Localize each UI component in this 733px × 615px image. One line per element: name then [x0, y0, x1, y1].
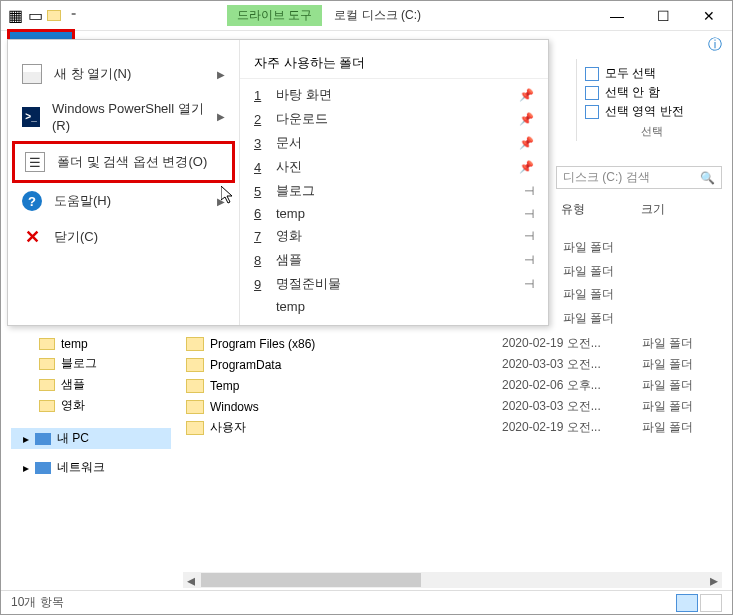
frequent-folder-item[interactable]: 5블로그⊣ — [240, 179, 548, 203]
tree-folder[interactable]: 영화 — [11, 395, 171, 416]
folder-icon — [186, 379, 204, 393]
app-icon: ▦ — [7, 8, 23, 24]
menu-close[interactable]: ✕ 닫기(C) — [12, 219, 235, 255]
help-circle-icon: ? — [22, 191, 42, 211]
type-column-values: 파일 폴더파일 폴더파일 폴더파일 폴더 — [563, 239, 614, 333]
quick-access-toolbar: ▦ ▭ ⁼ — [1, 8, 87, 24]
minimize-button[interactable]: — — [594, 1, 640, 31]
pin-icon[interactable]: ⊣ — [524, 184, 534, 198]
folder-icon — [39, 379, 55, 391]
folder-icon — [186, 400, 204, 414]
folder-icon — [186, 421, 204, 435]
powershell-icon: >_ — [22, 107, 40, 127]
frequent-folders-header: 자주 사용하는 폴더 — [240, 48, 548, 79]
maximize-button[interactable]: ☐ — [640, 1, 686, 31]
network-icon — [35, 462, 51, 474]
pin-icon[interactable]: ⊣ — [524, 277, 534, 291]
folder-icon — [39, 338, 55, 350]
folder-icon — [186, 358, 204, 372]
type-cell: 파일 폴더 — [563, 263, 614, 287]
column-headers[interactable]: 유형 크기 — [561, 201, 722, 218]
file-row[interactable]: ProgramData2020-03-03 오전...파일 폴더 — [186, 354, 722, 375]
file-row[interactable]: 사용자2020-02-19 오전...파일 폴더 — [186, 417, 722, 438]
file-row[interactable]: Temp2020-02-06 오후...파일 폴더 — [186, 375, 722, 396]
title-bar: ▦ ▭ ⁼ 드라이브 도구 로컬 디스크 (C:) — ☐ ✕ — [1, 1, 732, 31]
window-title: 로컬 디스크 (C:) — [334, 7, 421, 24]
submenu-arrow-icon: ▶ — [217, 111, 225, 122]
folder-icon — [39, 400, 55, 412]
frequent-folder-item[interactable]: 4사진📌 — [240, 155, 548, 179]
frequent-folder-item[interactable]: 9명절준비물⊣ — [240, 272, 548, 296]
pin-icon[interactable]: 📌 — [519, 88, 534, 102]
tree-folder[interactable]: 블로그 — [11, 353, 171, 374]
col-type[interactable]: 유형 — [561, 201, 641, 218]
drive-tools-tab[interactable]: 드라이브 도구 — [227, 5, 322, 26]
file-row[interactable]: Windows2020-03-03 오전...파일 폴더 — [186, 396, 722, 417]
view-details-button[interactable] — [676, 594, 698, 612]
search-box[interactable]: 디스크 (C:) 검색 🔍 — [556, 166, 722, 189]
pin-icon[interactable]: ⊣ — [524, 229, 534, 243]
frequent-folder-item[interactable]: 1바탕 화면📌 — [240, 83, 548, 107]
select-none-icon — [585, 86, 599, 100]
tree-this-pc[interactable]: ▸ 내 PC — [11, 428, 171, 449]
frequent-folder-item[interactable]: 8샘플⊣ — [240, 248, 548, 272]
view-icons-button[interactable] — [700, 594, 722, 612]
qat-dropdown-icon[interactable]: ⁼ — [65, 8, 81, 24]
frequent-folder-item[interactable]: 3문서📌 — [240, 131, 548, 155]
select-all-icon — [585, 67, 599, 81]
invert-selection-icon — [585, 105, 599, 119]
folder-icon — [186, 337, 204, 351]
tree-folder[interactable]: temp — [11, 335, 171, 353]
tree-network[interactable]: ▸ 네트워크 — [11, 457, 171, 478]
pin-icon[interactable]: 📌 — [519, 136, 534, 150]
cursor-icon — [221, 186, 237, 206]
new-window-icon — [22, 64, 42, 84]
menu-powershell[interactable]: >_ Windows PowerShell 열기(R) ▶ — [12, 92, 235, 141]
horizontal-scrollbar[interactable]: ◂ ▸ — [183, 572, 722, 588]
item-count: 10개 항목 — [11, 594, 64, 611]
help-icon[interactable]: ⓘ — [708, 36, 722, 54]
file-menu: 새 창 열기(N) ▶ >_ Windows PowerShell 열기(R) … — [7, 39, 549, 326]
pin-icon[interactable]: 📌 — [519, 160, 534, 174]
file-list: Program Files (x86)2020-02-19 오전...파일 폴더… — [186, 333, 722, 438]
pin-icon[interactable]: ⊣ — [524, 253, 534, 267]
folder-icon — [39, 358, 55, 370]
qat-properties-icon[interactable]: ▭ — [27, 8, 43, 24]
tree-folder[interactable]: 샘플 — [11, 374, 171, 395]
menu-new-window[interactable]: 새 창 열기(N) ▶ — [12, 56, 235, 92]
file-row[interactable]: Program Files (x86)2020-02-19 오전...파일 폴더 — [186, 333, 722, 354]
frequent-folder-item[interactable]: temp — [240, 296, 548, 317]
options-icon: ☰ — [25, 152, 45, 172]
close-x-icon: ✕ — [22, 227, 42, 247]
close-window-button[interactable]: ✕ — [686, 1, 732, 31]
scroll-right-icon[interactable]: ▸ — [706, 572, 722, 588]
pin-icon[interactable]: 📌 — [519, 112, 534, 126]
frequent-folder-item[interactable]: 6temp⊣ — [240, 203, 548, 224]
ribbon-group-label: 선택 — [585, 124, 718, 139]
status-bar: 10개 항목 — [1, 590, 732, 614]
pc-icon — [35, 433, 51, 445]
nav-tree: temp블로그샘플영화 ▸ 내 PC ▸ 네트워크 — [11, 335, 171, 478]
pin-icon[interactable]: ⊣ — [524, 207, 534, 221]
search-icon: 🔍 — [700, 171, 715, 185]
frequent-folder-item[interactable]: 7영화⊣ — [240, 224, 548, 248]
invert-selection-button[interactable]: 선택 영역 반전 — [585, 103, 718, 120]
type-cell: 파일 폴더 — [563, 286, 614, 310]
select-all-button[interactable]: 모두 선택 — [585, 65, 718, 82]
menu-folder-options[interactable]: ☰ 폴더 및 검색 옵션 변경(O) — [12, 141, 235, 183]
type-cell: 파일 폴더 — [563, 310, 614, 334]
scroll-left-icon[interactable]: ◂ — [183, 572, 199, 588]
type-cell: 파일 폴더 — [563, 239, 614, 263]
qat-folder-icon[interactable] — [47, 10, 61, 21]
menu-help[interactable]: ? 도움말(H) ▶ — [12, 183, 235, 219]
scroll-thumb[interactable] — [201, 573, 421, 587]
submenu-arrow-icon: ▶ — [217, 69, 225, 80]
ribbon-select-group: 모두 선택 선택 안 함 선택 영역 반전 선택 — [576, 59, 726, 141]
select-none-button[interactable]: 선택 안 함 — [585, 84, 718, 101]
col-size[interactable]: 크기 — [641, 201, 665, 218]
search-placeholder: 디스크 (C:) 검색 — [563, 169, 650, 186]
frequent-folder-item[interactable]: 2다운로드📌 — [240, 107, 548, 131]
